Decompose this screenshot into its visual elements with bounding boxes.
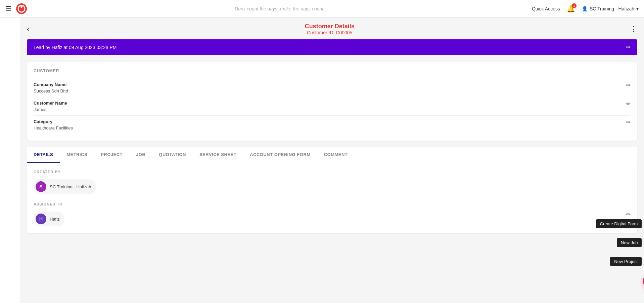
hamburger-menu[interactable]: ☰ bbox=[5, 5, 11, 13]
assigned-to-initial: H bbox=[39, 216, 43, 222]
customer-name-field: Customer Name James ✏ bbox=[34, 97, 631, 116]
user-menu[interactable]: 👤 SC Training - Hafizah ▾ bbox=[582, 6, 639, 11]
customer-card: CUSTOMER Company Name Success Sdn Bhd ✏ … bbox=[27, 62, 637, 141]
new-project-label: New Project bbox=[610, 257, 642, 266]
created-by-section: CREATED BY S SC Training - Hafizah bbox=[34, 170, 631, 194]
assigned-to-section: ASSIGNED TO H Hafiz ✏ bbox=[34, 202, 631, 226]
page-subtitle: Customer ID: C00005 bbox=[305, 30, 355, 35]
tab-job[interactable]: JOB bbox=[129, 147, 152, 163]
tab-project[interactable]: PROJECT bbox=[94, 147, 129, 163]
nav-tagline: Don't count the days, make the days coun… bbox=[28, 6, 532, 11]
new-job-item: New Job ✅ bbox=[617, 235, 644, 250]
notification-bell[interactable]: 🔔 1 bbox=[567, 5, 575, 13]
category-label: Category bbox=[34, 119, 73, 124]
created-by-avatar: S bbox=[36, 181, 46, 192]
notification-badge: 1 bbox=[572, 3, 577, 8]
fab-group: Create Digital Form 📋 New Job ✅ New Proj… bbox=[596, 216, 644, 290]
user-name: SC Training - Hafizah bbox=[590, 6, 634, 11]
assigned-to-avatar-pill: H Hafiz bbox=[34, 212, 64, 226]
created-by-initial: S bbox=[39, 184, 42, 189]
more-options-button[interactable]: ⋮ bbox=[630, 25, 637, 34]
company-name-edit-icon[interactable]: ✏ bbox=[626, 82, 631, 88]
category-edit-icon[interactable]: ✏ bbox=[626, 119, 631, 125]
user-icon: 👤 bbox=[582, 6, 588, 11]
page-header: ‹ Customer Details Customer ID: C00005 ⋮ bbox=[27, 17, 637, 39]
company-name-field: Company Name Success Sdn Bhd ✏ bbox=[34, 79, 631, 97]
created-by-label: CREATED BY bbox=[34, 170, 631, 174]
category-value: Healthcare Facilities bbox=[34, 125, 73, 130]
create-digital-form-label: Create Digital Form bbox=[596, 219, 642, 228]
nav-left: ☰ bbox=[5, 3, 28, 15]
new-project-item: New Project 💼 bbox=[610, 254, 644, 269]
create-digital-form-item: Create Digital Form 📋 bbox=[596, 216, 644, 231]
created-by-avatar-pill: S SC Training - Hafizah bbox=[34, 179, 96, 194]
assigned-to-label: ASSIGNED TO bbox=[34, 202, 64, 206]
tab-metrics[interactable]: METRICS bbox=[60, 147, 94, 163]
quick-access-link[interactable]: Quick Access bbox=[532, 6, 560, 11]
page-title: Customer Details bbox=[305, 23, 355, 30]
tab-service-sheet[interactable]: SERVICE SHEET bbox=[193, 147, 243, 163]
tabs-bar: DETAILS METRICS PROJECT JOB QUOTATION SE… bbox=[27, 147, 637, 163]
tab-quotation[interactable]: QUOTATION bbox=[152, 147, 193, 163]
details-tab-content: CREATED BY S SC Training - Hafizah ASSIG… bbox=[27, 163, 637, 233]
header-center: Customer Details Customer ID: C00005 bbox=[305, 23, 355, 35]
main-content: ‹ Customer Details Customer ID: C00005 ⋮… bbox=[20, 17, 644, 303]
assigned-to-avatar: H bbox=[36, 214, 46, 224]
chevron-down-icon: ▾ bbox=[636, 6, 639, 11]
created-by-name: SC Training - Hafizah bbox=[50, 184, 91, 189]
app-logo bbox=[15, 3, 28, 15]
company-name-label: Company Name bbox=[34, 82, 68, 87]
customer-name-edit-icon[interactable]: ✏ bbox=[626, 101, 631, 107]
left-sidebar bbox=[0, 17, 20, 303]
svg-point-2 bbox=[20, 6, 22, 8]
customer-section-label: CUSTOMER bbox=[34, 69, 631, 73]
assigned-to-name: Hafiz bbox=[50, 217, 60, 222]
top-navigation: ☰ Don't count the days, make the days co… bbox=[0, 0, 644, 17]
back-button[interactable]: ‹ bbox=[27, 25, 29, 34]
nav-right: Quick Access 🔔 1 👤 SC Training - Hafizah… bbox=[532, 5, 639, 13]
category-field: Category Healthcare Facilities ✏ bbox=[34, 116, 631, 134]
customer-name-label: Customer Name bbox=[34, 101, 67, 106]
new-job-label: New Job bbox=[617, 238, 642, 247]
company-name-value: Success Sdn Bhd bbox=[34, 88, 68, 93]
lead-banner-edit-icon[interactable]: ✏ bbox=[626, 44, 631, 50]
tab-details[interactable]: DETAILS bbox=[27, 147, 60, 163]
lead-banner-text: Lead by Hafiz at 09 Aug 2023 03:28 PM bbox=[34, 45, 117, 50]
tab-comment[interactable]: COMMENT bbox=[317, 147, 355, 163]
lead-banner: Lead by Hafiz at 09 Aug 2023 03:28 PM ✏ bbox=[27, 39, 637, 55]
customer-name-value: James bbox=[34, 107, 67, 112]
tab-account-opening-form[interactable]: ACCOUNT OPENING FORM bbox=[243, 147, 317, 163]
